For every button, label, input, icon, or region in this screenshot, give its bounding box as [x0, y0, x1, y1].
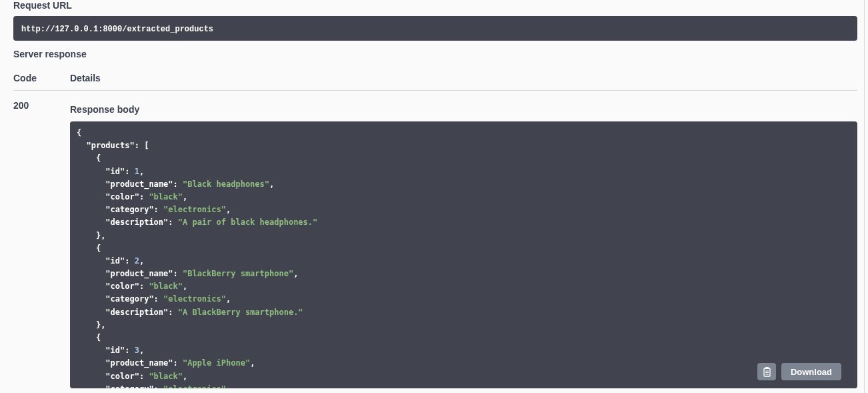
response-body-json[interactable]: { "products": [ { "id": 1, "product_name…	[70, 121, 857, 388]
request-url-heading: Request URL	[13, 0, 857, 11]
response-code: 200	[13, 100, 70, 393]
request-url-text: http://127.0.0.1:8000/extracted_products	[21, 25, 213, 34]
server-response-heading: Server response	[13, 49, 857, 59]
clipboard-icon	[762, 366, 771, 377]
request-url-box: http://127.0.0.1:8000/extracted_products	[13, 16, 857, 41]
download-button[interactable]: Download	[781, 363, 841, 380]
response-header-row: Code Details	[13, 73, 857, 91]
svg-rect-1	[765, 367, 769, 369]
response-body-heading: Response body	[70, 104, 857, 115]
details-column-header: Details	[70, 73, 857, 83]
code-column-header: Code	[13, 73, 70, 83]
copy-button[interactable]	[757, 363, 776, 380]
